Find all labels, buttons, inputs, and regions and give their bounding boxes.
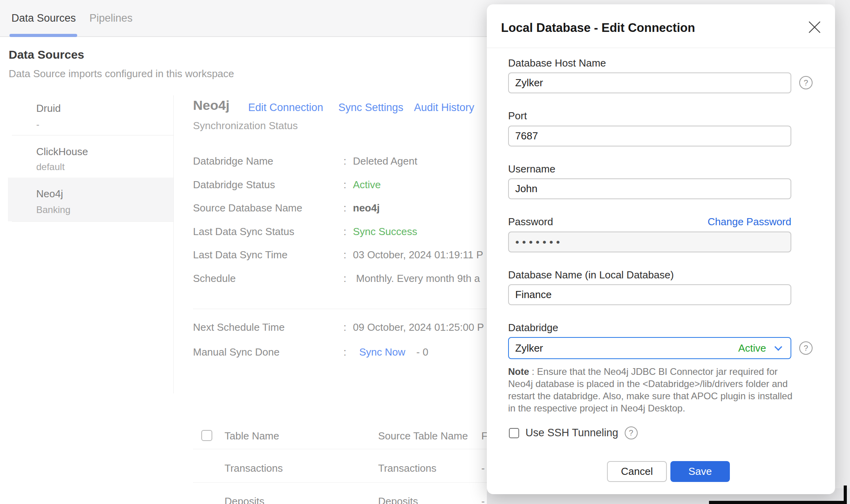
status-label: Schedule bbox=[193, 272, 343, 285]
host-value: Zylker bbox=[515, 77, 543, 89]
note-bold: Note bbox=[508, 366, 529, 377]
audit-history-link[interactable]: Audit History bbox=[414, 102, 474, 114]
table-cell-hidden-fragment: - bbox=[481, 462, 485, 474]
databridge-label: Databridge bbox=[508, 322, 558, 334]
status-value: neo4j bbox=[353, 202, 380, 214]
status-row-next-schedule: Next Schedule Time : 09 October, 2024 01… bbox=[193, 321, 484, 334]
password-masked-value: ●●●●●●● bbox=[515, 238, 563, 246]
sidebar-vertical-divider bbox=[173, 95, 174, 393]
modal-header-divider bbox=[487, 48, 835, 48]
status-value: Monthly. Every month 9th a bbox=[356, 272, 480, 285]
select-all-checkbox[interactable] bbox=[201, 430, 212, 441]
table-cell-source: Deposits bbox=[378, 495, 418, 504]
tab-pipelines-label: Pipelines bbox=[89, 12, 133, 24]
databridge-value: Zylker bbox=[515, 342, 738, 354]
status-row-databridge-status: Databridge Status : Active bbox=[193, 179, 381, 191]
tab-pipelines[interactable]: Pipelines bbox=[89, 0, 133, 36]
sync-settings-link[interactable]: Sync Settings bbox=[338, 102, 403, 114]
help-icon[interactable]: ? bbox=[625, 426, 638, 439]
save-button[interactable]: Save bbox=[670, 461, 730, 482]
tab-data-sources[interactable]: Data Sources bbox=[11, 0, 76, 36]
colon: : bbox=[343, 155, 349, 167]
status-row-manual-sync: Manual Sync Done : Sync Now - 0 bbox=[193, 346, 428, 358]
username-input[interactable]: John bbox=[508, 178, 791, 199]
sidebar-item-sub: default bbox=[36, 161, 65, 172]
edit-connection-modal: Local Database - Edit Connection Databas… bbox=[487, 4, 835, 494]
username-value: John bbox=[515, 183, 537, 195]
password-label: Password bbox=[508, 216, 553, 228]
colon: : bbox=[343, 272, 349, 285]
dbname-label: Database Name (in Local Database) bbox=[508, 269, 674, 281]
page-title: Data Sources bbox=[9, 48, 84, 61]
status-label: Databridge Name bbox=[193, 155, 343, 167]
status-row-databridge-name: Databridge Name : Deleted Agent bbox=[193, 155, 417, 167]
tab-data-sources-label: Data Sources bbox=[11, 12, 76, 24]
sidebar-item-clickhouse[interactable]: ClickHouse default bbox=[8, 139, 173, 178]
status-label: Databridge Status bbox=[193, 179, 343, 191]
table-cell-hidden-fragment: - bbox=[481, 495, 485, 504]
datasource-title: Neo4j bbox=[193, 98, 230, 113]
sidebar-divider bbox=[12, 221, 173, 222]
status-value: 09 October, 2024 01:25:00 P bbox=[353, 321, 484, 334]
status-value: Deleted Agent bbox=[353, 155, 417, 167]
ssh-tunneling-row: Use SSH Tunneling ? bbox=[509, 426, 638, 439]
status-row-last-sync-status: Last Data Sync Status : Sync Success bbox=[193, 226, 417, 238]
table-cell-name: Deposits bbox=[225, 495, 264, 504]
status-label: Manual Sync Done bbox=[193, 346, 343, 358]
host-input[interactable]: Zylker bbox=[508, 72, 791, 93]
table-header-name: Table Name bbox=[225, 430, 279, 442]
port-input[interactable]: 7687 bbox=[508, 126, 791, 146]
manual-sync-count: - 0 bbox=[416, 346, 428, 358]
close-icon[interactable] bbox=[806, 19, 823, 36]
window-edge-artifact bbox=[844, 485, 847, 504]
window-edge-artifact bbox=[709, 501, 847, 504]
colon: : bbox=[343, 321, 349, 334]
page-subtitle: Data Source imports configured in this w… bbox=[9, 68, 234, 80]
sidebar-item-sub: - bbox=[36, 119, 39, 130]
help-icon[interactable]: ? bbox=[799, 341, 813, 355]
ssh-tunneling-checkbox[interactable] bbox=[509, 428, 519, 438]
sidebar-item-name: Druid bbox=[36, 102, 61, 115]
change-password-link[interactable]: Change Password bbox=[708, 216, 791, 228]
colon: : bbox=[343, 249, 349, 261]
databridge-select[interactable]: Zylker Active bbox=[508, 337, 791, 359]
table-cell-name: Transactions bbox=[225, 462, 283, 474]
dbname-input[interactable]: Finance bbox=[508, 284, 791, 305]
sidebar-item-name: ClickHouse bbox=[36, 146, 88, 158]
help-icon[interactable]: ? bbox=[799, 76, 813, 89]
sidebar-item-name: Neo4j bbox=[36, 188, 63, 200]
ssh-tunneling-label: Use SSH Tunneling bbox=[525, 427, 618, 439]
sidebar-divider bbox=[12, 135, 173, 135]
status-label: Next Schedule Time bbox=[193, 321, 343, 334]
status-row-last-sync-time: Last Data Sync Time : 03 October, 2024 0… bbox=[193, 249, 483, 261]
colon: : bbox=[343, 346, 349, 358]
cancel-button[interactable]: Cancel bbox=[607, 461, 667, 482]
colon: : bbox=[343, 202, 349, 214]
dbname-value: Finance bbox=[515, 289, 552, 301]
modal-note: Note : Ensure that the Neo4j JDBC BI Con… bbox=[508, 365, 794, 414]
sync-now-link[interactable]: Sync Now bbox=[359, 346, 405, 358]
status-value: 03 October, 2024 01:19:11 P bbox=[353, 249, 483, 261]
sidebar-item-sub: Banking bbox=[36, 204, 71, 215]
username-label: Username bbox=[508, 163, 555, 175]
status-label: Last Data Sync Time bbox=[193, 249, 343, 261]
password-input[interactable]: ●●●●●●● bbox=[508, 232, 791, 252]
status-value: Active bbox=[353, 179, 381, 191]
sync-status-section-title: Synchronization Status bbox=[193, 120, 298, 132]
table-header-source: Source Table Name bbox=[378, 430, 468, 442]
table-cell-source: Transactions bbox=[378, 462, 436, 474]
sidebar-item-druid[interactable]: Druid - bbox=[8, 95, 173, 135]
note-text: : Ensure that the Neo4j JDBC BI Connecto… bbox=[508, 366, 792, 413]
host-label: Database Host Name bbox=[508, 57, 606, 69]
page-right-gutter bbox=[835, 0, 850, 504]
status-label: Source Database Name bbox=[193, 202, 343, 214]
status-label: Last Data Sync Status bbox=[193, 226, 343, 238]
colon: : bbox=[343, 179, 349, 191]
status-row-schedule: Schedule : Monthly. Every month 9th a bbox=[193, 272, 480, 285]
port-value: 7687 bbox=[515, 130, 538, 142]
sidebar-item-neo4j[interactable]: Neo4j Banking bbox=[8, 178, 173, 221]
active-tab-underline bbox=[9, 34, 77, 37]
modal-title: Local Database - Edit Connection bbox=[501, 21, 695, 35]
databridge-status-badge: Active bbox=[738, 342, 766, 354]
edit-connection-link[interactable]: Edit Connection bbox=[248, 102, 323, 114]
